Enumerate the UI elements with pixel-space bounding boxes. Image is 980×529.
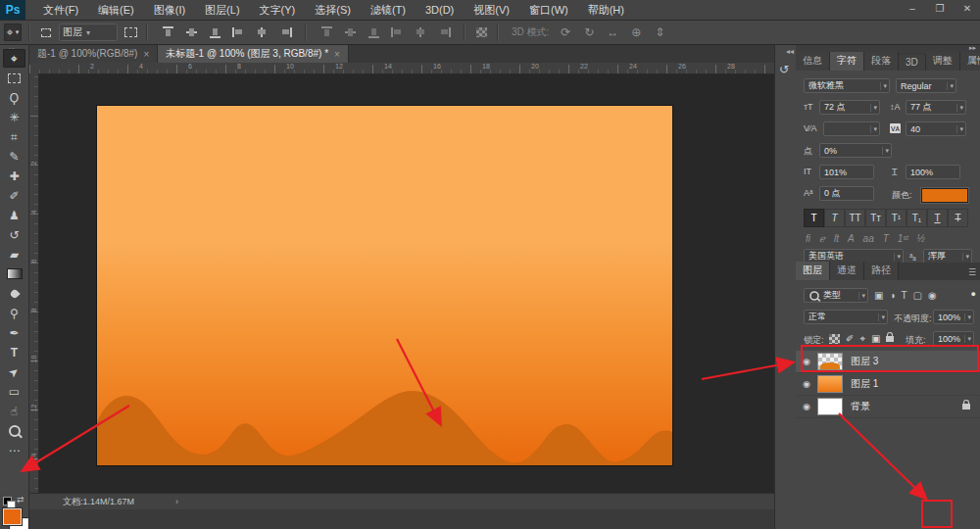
- 3d-slide-icon[interactable]: ⊕: [627, 24, 645, 41]
- 3d-roll-icon[interactable]: ↻: [580, 24, 598, 41]
- tracking-dropdown[interactable]: 40▾: [906, 121, 966, 136]
- close-button[interactable]: ✕: [960, 0, 974, 18]
- proportional-spacing-dropdown[interactable]: 0%▾: [819, 143, 892, 158]
- status-arrow-icon[interactable]: ›: [175, 497, 178, 506]
- layer-thumbnail[interactable]: [817, 353, 843, 370]
- opacity-dropdown[interactable]: 100%▾: [933, 310, 974, 324]
- panel-tab-调整[interactable]: 调整: [926, 52, 960, 71]
- menu-item-0[interactable]: 文件(F): [33, 0, 88, 20]
- auto-select-target-dropdown[interactable]: 图层▾: [59, 24, 118, 41]
- filter-smart-objects-icon[interactable]: ◉: [928, 290, 937, 301]
- lasso-tool[interactable]: Ϙ: [3, 88, 25, 107]
- tab-close-icon[interactable]: ×: [334, 49, 340, 60]
- type-tool[interactable]: T: [3, 343, 25, 361]
- font-size-dropdown[interactable]: 72 点▾: [819, 100, 880, 115]
- document-tab-1[interactable]: 未标题-1 @ 100% (图层 3, RGB/8#) *×: [158, 45, 349, 63]
- dodge-tool[interactable]: ⚲: [3, 304, 25, 322]
- faux-bold-button[interactable]: T: [804, 209, 824, 227]
- titling-alternates-button[interactable]: T: [883, 233, 889, 244]
- filter-type-layers-icon[interactable]: T: [902, 290, 907, 301]
- vertical-ruler[interactable]: 246810121416: [29, 73, 39, 508]
- swap-colors-icon[interactable]: ⇄: [17, 495, 24, 505]
- align-top-edges-icon[interactable]: [159, 24, 176, 41]
- antialias-dropdown[interactable]: 浑厚▾: [923, 249, 972, 264]
- blur-tool[interactable]: [3, 284, 25, 303]
- menu-item-9[interactable]: 窗口(W): [519, 0, 578, 20]
- visibility-eye-icon[interactable]: ◉: [796, 379, 817, 389]
- stylistic-alternates-button[interactable]: aa: [863, 233, 874, 244]
- tab-close-icon[interactable]: ×: [143, 49, 149, 60]
- filter-toggle-icon[interactable]: ●: [971, 289, 976, 299]
- visibility-eye-icon[interactable]: ◉: [796, 402, 817, 411]
- ordinals-button[interactable]: 1ˢᵗ: [898, 233, 908, 244]
- align-horizontal-centers-icon[interactable]: [253, 24, 270, 41]
- menu-item-7[interactable]: 3D(D): [416, 0, 464, 20]
- blend-mode-dropdown[interactable]: 正常▾: [804, 310, 888, 324]
- menu-item-8[interactable]: 视图(V): [464, 0, 519, 20]
- layer-row-2[interactable]: ◉背景: [796, 396, 980, 418]
- distribute-horizontal-centers-icon[interactable]: [412, 24, 429, 41]
- fractions-button[interactable]: ½: [917, 233, 925, 244]
- all-caps-button[interactable]: TT: [845, 209, 865, 227]
- layer-row-1[interactable]: ◉图层 1: [796, 373, 980, 396]
- canvas[interactable]: [97, 106, 672, 465]
- minimize-button[interactable]: –: [906, 0, 919, 18]
- restore-button[interactable]: ❐: [933, 0, 947, 18]
- align-left-edges-icon[interactable]: [229, 24, 247, 41]
- path-select-tool[interactable]: ➤: [3, 362, 25, 381]
- leading-dropdown[interactable]: 77 点▾: [906, 100, 966, 115]
- panel-tab-图层[interactable]: 图层: [796, 262, 830, 280]
- 3d-pan-icon[interactable]: ↔: [604, 24, 621, 41]
- expand-dock-icon[interactable]: ◂◂: [786, 47, 794, 56]
- move-tool-icon[interactable]: ⌖▾: [4, 24, 22, 41]
- panel-tab-段落[interactable]: 段落: [864, 52, 899, 71]
- distribute-vertical-centers-icon[interactable]: [341, 24, 359, 41]
- align-right-edges-icon[interactable]: [276, 24, 294, 41]
- zoom-tool[interactable]: [3, 421, 25, 440]
- menu-item-3[interactable]: 图层(L): [195, 0, 249, 20]
- font-family-dropdown[interactable]: 微软雅黑▾: [804, 78, 890, 93]
- vertical-scale-input[interactable]: 101%: [819, 165, 874, 179]
- 3d-scale-icon[interactable]: ⇕: [651, 24, 668, 41]
- distribute-left-edges-icon[interactable]: [388, 24, 406, 41]
- transform-controls-icon[interactable]: [122, 24, 139, 41]
- history-brush-tool[interactable]: ↺: [3, 225, 25, 244]
- eyedropper-tool[interactable]: ✎: [3, 147, 25, 166]
- menu-item-1[interactable]: 编辑(E): [88, 0, 144, 20]
- clone-stamp-tool[interactable]: ♟: [3, 206, 25, 224]
- kerning-dropdown[interactable]: ▾: [823, 121, 880, 136]
- quick-select-tool[interactable]: ✳: [3, 108, 25, 126]
- ligatures-button[interactable]: fi: [806, 233, 810, 244]
- text-color-swatch[interactable]: [921, 188, 968, 203]
- panel-tab-路径[interactable]: 路径: [864, 262, 899, 280]
- crop-tool[interactable]: ⌗: [3, 127, 25, 146]
- fill-dropdown[interactable]: 100%▾: [933, 331, 974, 346]
- layer-thumbnail[interactable]: [817, 375, 843, 393]
- align-bottom-edges-icon[interactable]: [206, 24, 223, 41]
- move-tool[interactable]: ⌖: [3, 49, 25, 68]
- 3d-orbit-icon[interactable]: ⟳: [557, 24, 574, 41]
- visibility-eye-icon[interactable]: ◉: [796, 357, 817, 366]
- document-tab-0[interactable]: 题-1 @ 100%(RGB/8#)×: [29, 45, 158, 63]
- faux-italic-button[interactable]: T: [824, 209, 845, 227]
- shape-tool[interactable]: ▭: [3, 382, 25, 401]
- hand-tool[interactable]: ☝: [3, 402, 25, 420]
- contextual-alternates-button[interactable]: ℯ: [819, 233, 825, 244]
- panel-tab-属性[interactable]: 属性: [960, 52, 980, 71]
- swash-button[interactable]: A: [848, 233, 855, 244]
- lock-image-pixels-icon[interactable]: ✐: [846, 333, 854, 344]
- discretionary-ligatures-button[interactable]: ſt: [834, 233, 839, 244]
- history-panel-icon[interactable]: ↺: [779, 63, 789, 76]
- auto-align-icon[interactable]: [472, 24, 490, 41]
- distribute-top-edges-icon[interactable]: [318, 24, 335, 41]
- align-vertical-centers-icon[interactable]: [182, 24, 200, 41]
- font-style-dropdown[interactable]: Regular▾: [896, 78, 956, 93]
- panel-tab-字符[interactable]: 字符: [830, 52, 864, 71]
- strikethrough-button[interactable]: T: [948, 209, 968, 227]
- eraser-tool[interactable]: ▰: [3, 245, 25, 264]
- filter-adjustment-layers-icon[interactable]: ◑: [889, 290, 895, 301]
- small-caps-button[interactable]: Tᴛ: [865, 209, 886, 227]
- menu-item-10[interactable]: 帮助(H): [578, 0, 634, 20]
- horizontal-ruler[interactable]: 24681012141618202224262830: [29, 63, 774, 74]
- panel-tab-3D[interactable]: 3D: [899, 55, 926, 71]
